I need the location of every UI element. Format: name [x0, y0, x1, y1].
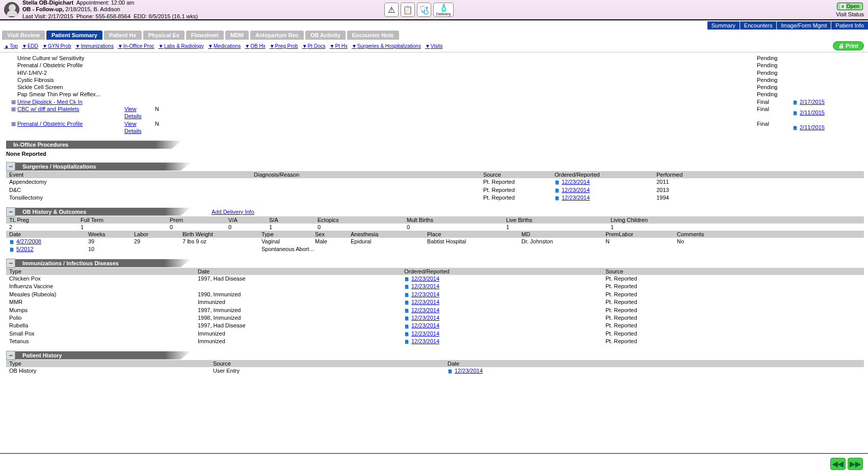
date-link[interactable]: 12/23/2014 [562, 178, 590, 185]
table-row: TetanusImmunized🗎12/23/2014Pt. Reported [6, 338, 864, 345]
stethoscope-icon[interactable]: 🩺 [417, 3, 431, 17]
ob-detail-header: Date Weeks Labor Birth Weight Type Sex A… [6, 231, 864, 238]
table-row: D&CPt. Reported🗎12/23/20142013 [6, 186, 864, 194]
lab-name-link[interactable]: Prenatal / Obstetric Profile [17, 120, 124, 135]
lab-flag [155, 54, 175, 62]
tab-antepartum-rec[interactable]: Antepartum Rec [250, 31, 304, 40]
view-details-link[interactable]: View Details [124, 106, 142, 119]
lab-flag [155, 62, 175, 69]
date-link[interactable]: 12/23/2014 [411, 330, 439, 337]
document-icon: 🗎 [404, 330, 410, 337]
link-ob-hx[interactable]: ▼OB Hx [245, 43, 265, 49]
patient-avatar-icon [4, 2, 19, 17]
lab-date-link[interactable]: 2/17/2015 [800, 98, 825, 105]
section-title: Immunizations / Infectious Diseases [15, 259, 191, 267]
lab-row: HIV-1/HIV-2Pending [11, 69, 864, 76]
expand-icon[interactable]: ⊞ [11, 120, 17, 135]
table-row: 🗎4/27/200839297 lbs 9 ozVaginalMaleEpidu… [6, 238, 864, 245]
lab-row: ⊞ Urine Dipstick - Med Ck InFinal🗎2/17/2… [11, 98, 864, 105]
encounters-button[interactable]: Encounters [740, 21, 777, 30]
tab-patient-hx[interactable]: Patient Hx [104, 31, 142, 40]
link-top[interactable]: ▲Top [4, 43, 18, 49]
date-link[interactable]: 12/23/2014 [562, 186, 590, 193]
document-icon: 🗎 [404, 275, 410, 282]
collapse-icon[interactable]: − [6, 351, 15, 360]
date-link[interactable]: 12/23/2014 [411, 298, 439, 306]
add-delivery-info-link[interactable]: Add Delivery Info [212, 209, 254, 215]
document-icon: 🗎 [404, 283, 410, 289]
link-preg-prob[interactable]: ▼Preg Prob [270, 43, 298, 49]
content-scroll-area[interactable]: Urine Culture w/ SensitivityPendingPrena… [0, 52, 868, 378]
lab-status: Pending [757, 91, 793, 98]
link-edd[interactable]: ▼EDD [22, 43, 38, 49]
tab-ob-activity[interactable]: OB Activity [305, 31, 346, 40]
lab-row: Pap Smear Thin Prep w/ Reflex...Pending [11, 91, 864, 98]
tab-encounter-note[interactable]: Encounter Note [347, 31, 399, 40]
link-surgeries[interactable]: ▼Surgeries & Hospitalizations [352, 43, 421, 49]
tab-patient-summary[interactable]: Patient Summary [46, 31, 102, 40]
table-row: Polio1998, Immunized🗎12/23/2014Pt. Repor… [6, 314, 864, 322]
date-link[interactable]: 5/2012 [16, 245, 34, 253]
tab-visit-review[interactable]: Visit Review [2, 31, 45, 40]
link-labs-radiology[interactable]: ▼Labs & Radiology [159, 43, 204, 49]
link-visits[interactable]: ▼Visits [425, 43, 443, 49]
lab-flag [155, 91, 175, 98]
date-link[interactable]: 12/23/2014 [562, 194, 590, 201]
document-icon: 🗎 [555, 187, 561, 193]
delivery-icon[interactable]: 🧴Delivery [433, 3, 454, 17]
view-details-link[interactable]: View Details [124, 121, 142, 134]
document-icon: 🗎 [793, 109, 799, 116]
ob-summary-header: TL Preg Full Term Prem V/A S/A Ectopics … [6, 216, 864, 224]
section-title: OB History & Outcomes [15, 208, 191, 216]
section-title: Surgeries / Hospitalizations [15, 162, 191, 171]
link-pt-docs[interactable]: ▼Pt Docs [302, 43, 326, 49]
tab-mdm[interactable]: MDM [225, 31, 249, 40]
tab-physical-ex[interactable]: Physical Ex [143, 31, 185, 40]
lab-date-link[interactable]: 2/11/2015 [800, 124, 825, 131]
table-row: Small PoxImmunized🗎12/23/2014Pt. Reporte… [6, 330, 864, 338]
expand-icon[interactable]: ⊞ [11, 98, 17, 105]
table-row: 🗎5/201210Spontaneous Abortion [6, 245, 864, 253]
date-link[interactable]: 12/23/2014 [411, 291, 439, 298]
date-link[interactable]: 4/27/2008 [16, 238, 41, 245]
date-link[interactable]: 12/23/2014 [455, 367, 483, 374]
patient-name: Stella OB-Digichart [22, 0, 73, 6]
collapse-icon[interactable]: − [6, 259, 15, 268]
image-form-mgmt-button[interactable]: Image/Form Mgmt [777, 21, 831, 30]
open-status-badge[interactable]: eOpen [837, 3, 863, 10]
tab-flowsheet[interactable]: Flowsheet [186, 31, 224, 40]
link-pt-hx[interactable]: ▼Pt Hx [330, 43, 348, 49]
table-row: AppendectomyPt. Reported🗎12/23/20142011 [6, 178, 864, 186]
link-gyn-prob[interactable]: ▼GYN Prob [42, 43, 71, 49]
lab-name-link[interactable]: Urine Dipstick - Med Ck In [17, 98, 124, 105]
clipboard-icon[interactable]: 📋 [401, 3, 415, 17]
none-reported-text: None Reported [6, 151, 864, 157]
alert-icon[interactable]: ⚠ [384, 3, 399, 17]
print-button[interactable]: 🖨Print [833, 41, 864, 50]
link-medications[interactable]: ▼Medications [208, 43, 241, 49]
date-link[interactable]: 12/23/2014 [411, 283, 439, 290]
link-immunizations[interactable]: ▼Immunizations [75, 43, 114, 49]
visit-status-label: Visit Status [836, 11, 864, 17]
document-icon: 🗎 [404, 291, 410, 297]
date-link[interactable]: 12/23/2014 [411, 307, 439, 314]
lab-name: HIV-1/HIV-2 [17, 69, 124, 76]
expand-icon[interactable]: ⊞ [11, 105, 17, 120]
date-link[interactable]: 12/23/2014 [411, 314, 439, 321]
lab-row: Sickle Cell ScreenPending [11, 84, 864, 91]
lab-status: Final [757, 105, 793, 120]
lab-name-link[interactable]: CBC w/ diff and Platelets [17, 105, 124, 120]
link-in-office-proc[interactable]: ▼In-Office Proc [118, 43, 154, 49]
date-link[interactable]: 12/23/2014 [411, 338, 439, 345]
collapse-icon[interactable]: − [6, 162, 15, 171]
collapse-icon[interactable]: − [6, 207, 15, 216]
summary-button[interactable]: Summary [707, 21, 740, 30]
lab-status: Final [757, 98, 793, 105]
date-link[interactable]: 12/23/2014 [411, 322, 439, 329]
patient-info-button[interactable]: Patient Info [831, 21, 868, 30]
section-patient-history: − Patient History Type Source Date OB Hi… [6, 351, 864, 375]
lab-date-link[interactable]: 2/11/2015 [800, 109, 825, 116]
lab-flag [155, 84, 175, 91]
top-action-bar: SummaryEncountersImage/Form MgmtPatient … [0, 20, 868, 31]
date-link[interactable]: 12/23/2014 [411, 275, 439, 282]
